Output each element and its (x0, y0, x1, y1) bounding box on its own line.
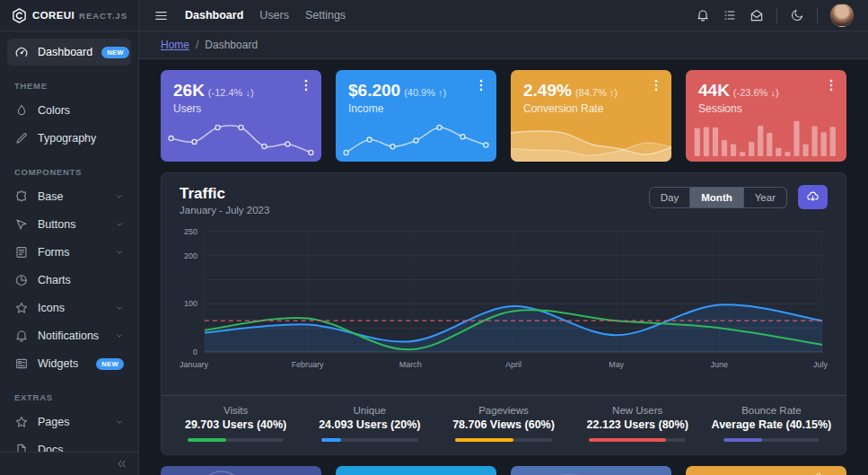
stat-value-row: 2.49%(84.7% ↑) (523, 81, 659, 101)
moon-icon[interactable] (790, 8, 804, 22)
sidebar-item-pages[interactable]: Pages (7, 409, 131, 435)
sidebar-item-docs[interactable]: Docs (7, 436, 131, 452)
star-icon (14, 415, 29, 429)
sidebar-item-dashboard[interactable]: DashboardNEW (7, 39, 131, 66)
sidebar-item-label: Forms (38, 246, 106, 259)
hamburger-menu-icon[interactable] (153, 8, 169, 23)
stat-delta: (-23.6% ↓) (733, 87, 779, 98)
breadcrumb-home-link[interactable]: Home (161, 39, 189, 51)
sidebar-brand[interactable]: COREUI REACT.JS (0, 0, 138, 31)
sidebar-item-forms[interactable]: Forms (7, 239, 131, 266)
events-card (686, 466, 846, 475)
stat-label: Sessions (698, 102, 834, 115)
envelope-open-icon[interactable] (750, 8, 764, 22)
svg-text:June: June (711, 360, 728, 369)
stat-value-row: 26K(-12.4% ↓) (173, 81, 309, 101)
linkedin-card (511, 466, 671, 475)
traffic-footer-stats: Visits29.703 Users (40%)Unique24.093 Use… (162, 395, 846, 454)
chevron-down-icon (115, 220, 124, 229)
progress-fill (723, 438, 762, 442)
cursor-icon (14, 217, 29, 232)
progress-track (455, 438, 551, 442)
svg-text:100: 100 (184, 299, 197, 308)
stat-sparkline (161, 115, 321, 162)
social-cards-row (161, 466, 846, 475)
list-icon[interactable] (723, 8, 737, 22)
stat-label: Conversion Rate (523, 102, 659, 115)
footer-stat-title: Pageviews (436, 405, 570, 416)
breadcrumb-current: Dashboard (205, 39, 258, 51)
progress-fill (589, 438, 666, 442)
download-button[interactable] (798, 185, 828, 209)
sidebar-item-icons[interactable]: Icons (7, 295, 131, 321)
sidebar-item-label: Base (38, 190, 106, 203)
range-button-month[interactable]: Month (690, 187, 743, 208)
stat-value: 2.49% (523, 81, 572, 100)
sidebar-collapse-icon[interactable] (116, 458, 127, 470)
bell-icon[interactable] (696, 8, 710, 22)
sidebar-item-charts[interactable]: Charts (7, 267, 131, 294)
main-area: Dashboard Users Settings Home / Dashboar… (139, 0, 868, 475)
stat-sparkline (686, 111, 846, 162)
sidebar-item-typography[interactable]: Typography (7, 125, 131, 152)
footer-stat-title: Visits (169, 405, 302, 416)
traffic-subtitle: January - July 2023 (180, 205, 269, 216)
stat-delta: (84.7% ↑) (575, 87, 618, 98)
footer-stat-value: 22.123 Users (80%) (571, 418, 705, 431)
breadcrumb-separator: / (196, 39, 198, 51)
traffic-chart: 2502001000JanuaryFebruaryMarchAprilMayJu… (162, 216, 846, 395)
svg-text:0: 0 (193, 347, 197, 356)
stat-label: Users (173, 102, 309, 115)
svg-text:250: 250 (184, 227, 197, 236)
svg-text:200: 200 (184, 251, 197, 260)
svg-text:February: February (292, 360, 324, 369)
sidebar-item-buttons[interactable]: Buttons (7, 211, 131, 238)
chevron-down-icon (115, 331, 124, 340)
svg-text:March: March (399, 360, 422, 369)
new-badge: NEW (96, 358, 124, 370)
coreui-logo-icon (11, 7, 28, 24)
nav-link-settings[interactable]: Settings (305, 9, 346, 22)
svg-text:July: July (813, 360, 828, 369)
top-navbar: Dashboard Users Settings (139, 0, 868, 31)
twitter-card (336, 466, 496, 475)
sidebar-item-label: Typography (38, 132, 124, 145)
progress-fill (321, 438, 340, 442)
pencil-icon (14, 131, 29, 145)
star-icon (14, 301, 29, 315)
divider (776, 8, 777, 23)
footer-stat-value: 24.093 Users (20%) (302, 418, 436, 431)
sidebar-item-notifications[interactable]: Notifications (7, 322, 131, 349)
sidebar-item-base[interactable]: Base (7, 183, 131, 210)
footer-stat-value: 29.703 Users (40%) (169, 418, 302, 431)
new-badge: NEW (101, 47, 129, 58)
sidebar-footer (0, 452, 138, 475)
navbar-actions (696, 4, 854, 27)
footer-stat-unique: Unique24.093 Users (20%) (302, 405, 436, 442)
app-root: COREUI REACT.JS DashboardNEWTHEMEColorsT… (0, 0, 868, 475)
sidebar-item-widgets[interactable]: WidgetsNEW (7, 350, 131, 377)
card-menu-button[interactable] (648, 77, 664, 93)
speedometer-icon (14, 45, 29, 59)
traffic-title: Traffic (180, 185, 269, 203)
card-menu-button[interactable] (823, 77, 839, 93)
stat-sparkline (336, 115, 496, 162)
notes-icon (14, 245, 29, 259)
progress-track (723, 438, 820, 442)
sidebar-item-label: Colors (38, 104, 124, 117)
stat-label: Income (348, 102, 484, 115)
footer-stat-title: Unique (302, 405, 436, 416)
card-menu-button[interactable] (298, 77, 314, 93)
sidebar-section-title: COMPONENTS (7, 153, 131, 183)
sidebar-item-label: Dashboard (38, 46, 92, 58)
range-button-day[interactable]: Day (649, 187, 690, 208)
brand-name: COREUI (32, 10, 75, 21)
avatar[interactable] (830, 4, 854, 27)
card-menu-button[interactable] (473, 77, 489, 93)
nav-link-users[interactable]: Users (259, 9, 289, 22)
sidebar-item-colors[interactable]: Colors (7, 97, 131, 124)
footer-stat-visits: Visits29.703 Users (40%) (169, 405, 302, 442)
nav-link-dashboard[interactable]: Dashboard (185, 9, 243, 22)
range-button-year[interactable]: Year (744, 187, 787, 208)
footer-stat-bounce-rate: Bounce RateAverage Rate (40.15%) (705, 405, 838, 442)
